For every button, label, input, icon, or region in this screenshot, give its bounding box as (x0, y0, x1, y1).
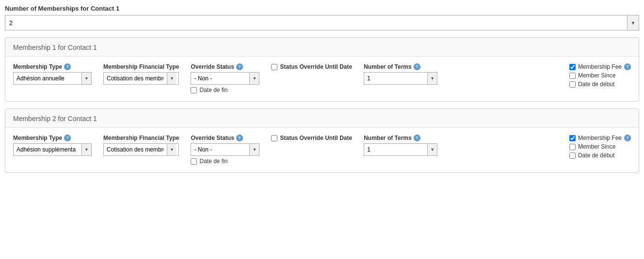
membership-1-type-group: Membership Type ? Adhésion annuelle Adhé… (13, 63, 92, 85)
membership-1-override-status-help-icon[interactable]: ? (236, 63, 243, 70)
membership-1-status-override-group: Status Override Until Date (271, 63, 352, 70)
membership-1-date-fin-checkbox[interactable] (191, 87, 197, 93)
membership-1-membership-fee-row: Membership Fee ? (569, 63, 631, 70)
membership-1-type-label: Membership Type ? (13, 63, 92, 70)
membership-1-header: Membership 1 for Contact 1 (5, 38, 639, 56)
membership-2-financial-type-select-wrapper: Cotisation des membre ▼ (103, 143, 179, 156)
membership-2-member-since-checkbox[interactable] (569, 144, 576, 150)
membership-2-override-status-arrow[interactable]: ▼ (249, 144, 259, 155)
membership-2-date-debut-label: Date de début (578, 152, 614, 159)
membership-2-date-debut-checkbox[interactable] (569, 152, 576, 159)
membership-1-date-debut-row: Date de début (569, 81, 631, 88)
number-of-memberships-arrow[interactable]: ▼ (627, 15, 639, 30)
membership-2-num-terms-label: Number of Terms ? (364, 135, 437, 141)
membership-1-type-arrow[interactable]: ▼ (81, 73, 91, 84)
membership-2-type-select-wrapper: Adhésion annuelle Adhésion supplémenta ▼ (13, 143, 92, 156)
membership-2-type-select[interactable]: Adhésion annuelle Adhésion supplémenta (14, 144, 81, 155)
membership-2-type-label: Membership Type ? (13, 135, 92, 141)
membership-1-date-fin-label: Date de fin (199, 87, 227, 93)
membership-2-override-status-group: Override Status ? - Non - ▼ Date de fin (191, 135, 259, 165)
membership-2-header: Membership 2 for Contact 1 (5, 109, 639, 127)
membership-2-status-override-label-row: Status Override Until Date (271, 135, 352, 141)
membership-2-date-fin-checkbox[interactable] (191, 158, 197, 165)
membership-2-num-terms-help-icon[interactable]: ? (414, 135, 420, 141)
membership-1-member-since-checkbox[interactable] (569, 73, 576, 79)
membership-1-financial-type-select[interactable]: Cotisation des membre (104, 73, 167, 84)
membership-2-membership-fee-checkbox[interactable] (569, 135, 576, 141)
membership-2-right-checkboxes: Membership Fee ? Member Since Date de dé… (569, 135, 631, 159)
membership-1-override-status-select-wrapper: - Non - ▼ (191, 72, 259, 85)
membership-1-date-debut-label: Date de début (578, 81, 614, 88)
membership-1-num-terms-group: Number of Terms ? 1 2 3 ▼ (364, 63, 437, 85)
membership-1-financial-type-select-wrapper: Cotisation des membre ▼ (103, 72, 179, 85)
membership-2-num-terms-select-wrapper: 1 2 3 ▼ (364, 143, 437, 156)
membership-2-num-terms-select[interactable]: 1 2 3 (364, 144, 427, 155)
membership-2-financial-type-group: Membership Financial Type Cotisation des… (103, 135, 179, 156)
membership-2-type-group: Membership Type ? Adhésion annuelle Adhé… (13, 135, 92, 156)
membership-1-status-override-label-row: Status Override Until Date (271, 63, 352, 70)
membership-2-date-fin-label: Date de fin (199, 158, 227, 165)
membership-2-card: Membership 2 for Contact 1 Membership Ty… (5, 108, 639, 173)
membership-1-override-status-select[interactable]: - Non - (191, 73, 249, 84)
membership-1-membership-fee-label: Membership Fee (578, 63, 622, 70)
membership-1-type-select[interactable]: Adhésion annuelle Adhésion supplémentair… (14, 73, 81, 84)
membership-2-date-fin-row: Date de fin (191, 158, 259, 165)
membership-1-financial-type-label: Membership Financial Type (103, 63, 179, 70)
membership-2-override-status-select[interactable]: - Non - (191, 144, 249, 155)
membership-2-membership-fee-label: Membership Fee (578, 135, 622, 141)
membership-1-override-status-arrow[interactable]: ▼ (249, 73, 259, 84)
membership-1-num-terms-label: Number of Terms ? (364, 63, 437, 70)
membership-2-type-help-icon[interactable]: ? (64, 135, 71, 141)
membership-1-num-terms-select[interactable]: 1 2 3 (364, 73, 427, 84)
membership-2-status-override-label: Status Override Until Date (280, 135, 352, 141)
membership-2-override-status-select-wrapper: - Non - ▼ (191, 143, 259, 156)
membership-2-override-status-label: Override Status ? (191, 135, 259, 141)
membership-2-fields-row: Membership Type ? Adhésion annuelle Adhé… (13, 135, 631, 165)
membership-1-financial-type-group: Membership Financial Type Cotisation des… (103, 63, 179, 85)
membership-2-member-since-label: Member Since (578, 143, 615, 150)
membership-2-num-terms-group: Number of Terms ? 1 2 3 ▼ (364, 135, 437, 156)
membership-1-card: Membership 1 for Contact 1 Membership Ty… (5, 37, 639, 102)
membership-1-member-since-row: Member Since (569, 72, 631, 79)
membership-2-financial-type-select[interactable]: Cotisation des membre (104, 144, 167, 155)
membership-1-date-fin-row: Date de fin (191, 87, 259, 93)
membership-1-num-terms-help-icon[interactable]: ? (414, 63, 420, 70)
membership-1-body: Membership Type ? Adhésion annuelle Adhé… (5, 56, 639, 101)
membership-1-right-checkboxes: Membership Fee ? Member Since Date de dé… (569, 63, 631, 88)
page-title: Number of Memberships for Contact 1 (5, 5, 639, 12)
membership-2-financial-type-label: Membership Financial Type (103, 135, 179, 141)
number-of-memberships-select[interactable]: 1 2 3 4 5 (5, 16, 627, 30)
membership-1-status-override-checkbox[interactable] (271, 64, 277, 70)
membership-2-status-override-checkbox[interactable] (271, 135, 277, 141)
membership-2-checkboxes-group: Membership Fee ? Member Since Date de dé… (569, 135, 631, 159)
membership-2-membership-fee-help-icon[interactable]: ? (624, 135, 631, 141)
membership-1-num-terms-arrow[interactable]: ▼ (427, 73, 437, 84)
membership-1-type-select-wrapper: Adhésion annuelle Adhésion supplémentair… (13, 72, 92, 85)
membership-1-membership-fee-help-icon[interactable]: ? (624, 63, 631, 70)
membership-1-override-status-group: Override Status ? - Non - ▼ Date de fin (191, 63, 259, 93)
membership-2-status-override-group: Status Override Until Date (271, 135, 352, 141)
membership-2-body: Membership Type ? Adhésion annuelle Adhé… (5, 127, 639, 172)
membership-1-fields-row: Membership Type ? Adhésion annuelle Adhé… (13, 63, 631, 93)
membership-1-date-debut-checkbox[interactable] (569, 81, 576, 88)
membership-2-date-debut-row: Date de début (569, 152, 631, 159)
membership-1-type-help-icon[interactable]: ? (64, 63, 71, 70)
membership-2-financial-type-arrow[interactable]: ▼ (167, 144, 177, 155)
membership-1-num-terms-select-wrapper: 1 2 3 ▼ (364, 72, 437, 85)
membership-1-checkboxes-group: Membership Fee ? Member Since Date de dé… (569, 63, 631, 88)
membership-1-member-since-label: Member Since (578, 72, 615, 79)
membership-1-status-override-label: Status Override Until Date (280, 63, 352, 70)
membership-2-member-since-row: Member Since (569, 143, 631, 150)
membership-2-num-terms-arrow[interactable]: ▼ (427, 144, 437, 155)
membership-2-type-arrow[interactable]: ▼ (81, 144, 91, 155)
number-of-memberships-wrapper: 1 2 3 4 5 ▼ (5, 15, 639, 30)
membership-2-override-status-help-icon[interactable]: ? (236, 135, 243, 141)
membership-1-membership-fee-checkbox[interactable] (569, 64, 576, 70)
membership-1-override-status-label: Override Status ? (191, 63, 259, 70)
membership-1-financial-type-arrow[interactable]: ▼ (167, 73, 177, 84)
membership-2-membership-fee-row: Membership Fee ? (569, 135, 631, 141)
